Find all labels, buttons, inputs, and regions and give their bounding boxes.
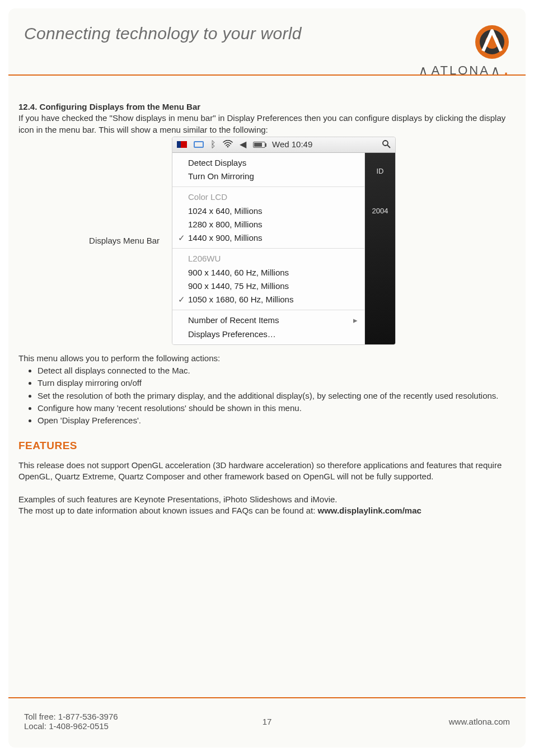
atlona-logo-icon bbox=[474, 24, 510, 60]
menu-number-recent[interactable]: Number of Recent Items ▸ bbox=[188, 314, 358, 327]
actions-list: Detect all displays connected to the Mac… bbox=[18, 365, 516, 426]
volume-icon: ◀ bbox=[240, 140, 246, 149]
header-tagline: Connecting technology to your world bbox=[24, 24, 302, 43]
figure-caption: Displays Menu Bar bbox=[18, 235, 163, 246]
menu-detect-displays[interactable]: Detect Displays bbox=[188, 156, 358, 170]
page-card: Connecting technology to your world ∧ AT… bbox=[8, 8, 526, 748]
menu-group-display2: L206WU 900 x 1440, 60 Hz, Millions 900 x… bbox=[172, 248, 364, 310]
mac-menubar: ᛒ ◀ Wed 10:49 bbox=[172, 137, 395, 153]
features-link[interactable]: www.displaylink.com/mac bbox=[318, 506, 421, 515]
brand-logo: ∧ ATLONA ∧ . bbox=[419, 24, 510, 78]
svg-point-3 bbox=[227, 146, 229, 147]
menu-display1-res3[interactable]: 1440 x 900, Millions bbox=[188, 231, 358, 245]
actions-lead: This menu allows you to perform the foll… bbox=[18, 353, 516, 364]
menu-group-footer: Number of Recent Items ▸ Displays Prefer… bbox=[172, 310, 364, 344]
menu-display1-res1[interactable]: 1024 x 640, Millions bbox=[188, 204, 358, 218]
section-number: 12.4. bbox=[18, 102, 37, 111]
menu-display2-name: L206WU bbox=[188, 252, 358, 265]
features-p3-text: The most up to date information about kn… bbox=[18, 506, 318, 515]
bluetooth-icon: ᛒ bbox=[210, 140, 216, 149]
menu-display2-res3[interactable]: 1050 x 1680, 60 Hz, Millions bbox=[188, 293, 358, 306]
svg-point-4 bbox=[383, 141, 388, 146]
flag-icon bbox=[177, 141, 187, 148]
figure-row: Displays Menu Bar ᛒ ◀ Wed 10:49 bbox=[18, 137, 516, 345]
battery-icon bbox=[253, 142, 265, 148]
menu-group-display1: Color LCD 1024 x 640, Millions 1280 x 80… bbox=[172, 186, 364, 248]
right-label-year: 2004 bbox=[372, 206, 388, 216]
menu-display2-res1[interactable]: 900 x 1440, 60 Hz, Millions bbox=[188, 266, 358, 279]
spotlight-icon bbox=[382, 139, 391, 150]
page-content: 12.4. Configuring Displays from the Menu… bbox=[8, 76, 526, 516]
section-heading-line: 12.4. Configuring Displays from the Menu… bbox=[18, 101, 516, 113]
wordmark-caret-left: ∧ bbox=[419, 63, 430, 78]
bullet-resolution: Set the resolution of both the primary d… bbox=[38, 390, 516, 402]
wordmark-dot: . bbox=[504, 63, 510, 78]
menu-display1-res2[interactable]: 1280 x 800, Millions bbox=[188, 218, 358, 231]
mac-menu-screenshot: ᛒ ◀ Wed 10:49 Detect Displays bbox=[172, 137, 396, 345]
features-p3: The most up to date information about kn… bbox=[18, 505, 516, 516]
submenu-arrow-icon: ▸ bbox=[353, 315, 358, 326]
page-header: Connecting technology to your world ∧ AT… bbox=[8, 8, 526, 76]
features-p2: Examples of such features are Keynote Pr… bbox=[18, 494, 516, 505]
wordmark-caret-right: ∧ bbox=[491, 63, 502, 78]
atlona-wordmark: ∧ ATLONA ∧ . bbox=[419, 63, 510, 78]
menu-displays-prefs[interactable]: Displays Preferences… bbox=[188, 328, 358, 341]
bullet-detect: Detect all displays connected to the Mac… bbox=[38, 365, 516, 376]
wordmark-text: ATLONA bbox=[431, 63, 489, 78]
menu-right-strip: ID 2004 bbox=[365, 153, 395, 344]
menu-display2-res2[interactable]: 900 x 1440, 75 Hz, Millions bbox=[188, 279, 358, 293]
wifi-icon bbox=[223, 140, 233, 150]
features-p1: This release does not support OpenGL acc… bbox=[18, 460, 516, 483]
section-title: Configuring Displays from the Menu Bar bbox=[40, 102, 201, 111]
menu-body: Detect Displays Turn On Mirroring Color … bbox=[172, 153, 395, 344]
menubar-clock: Wed 10:49 bbox=[272, 139, 312, 150]
displays-menubar-icon[interactable] bbox=[194, 141, 204, 148]
bullet-open-prefs: Open 'Display Preferences'. bbox=[38, 415, 516, 426]
footer-page-number: 17 bbox=[8, 717, 526, 726]
bullet-mirroring: Turn display mirroring on/off bbox=[38, 377, 516, 389]
right-label-id: ID bbox=[377, 166, 384, 176]
menu-display1-name: Color LCD bbox=[188, 190, 358, 204]
bullet-recent: Configure how many 'recent resolutions' … bbox=[38, 403, 516, 414]
menu-turn-on-mirroring[interactable]: Turn On Mirroring bbox=[188, 170, 358, 183]
page-footer: Toll free: 1-877-536-3976 Local: 1-408-9… bbox=[8, 697, 526, 748]
menu-panel: Detect Displays Turn On Mirroring Color … bbox=[172, 153, 365, 344]
menu-number-recent-label: Number of Recent Items bbox=[188, 315, 279, 325]
features-heading: FEATURES bbox=[18, 438, 516, 453]
svg-line-5 bbox=[387, 145, 390, 148]
section-intro: If you have checked the "Show displays i… bbox=[18, 113, 516, 136]
menu-group-actions: Detect Displays Turn On Mirroring bbox=[172, 153, 364, 187]
